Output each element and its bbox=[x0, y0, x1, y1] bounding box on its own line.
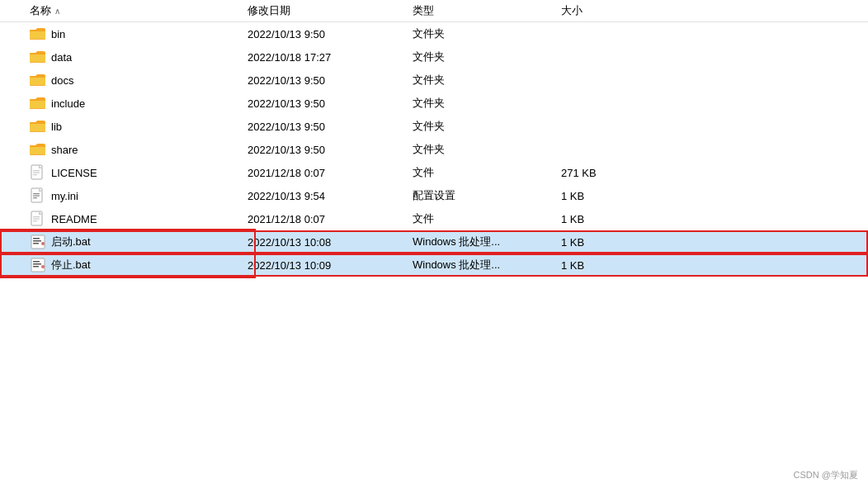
file-type: 文件夹 bbox=[413, 119, 561, 134]
file-type: 文件夹 bbox=[413, 142, 561, 157]
table-row[interactable]: docs 2022/10/13 9:50 文件夹 bbox=[0, 69, 868, 92]
svg-rect-32 bbox=[33, 240, 41, 242]
file-name-cell: share bbox=[0, 141, 248, 158]
file-name-text: my.ini bbox=[51, 190, 78, 202]
svg-rect-27 bbox=[33, 216, 40, 217]
sort-arrow: ∧ bbox=[54, 7, 60, 16]
table-header: 名称 ∧ 修改日期 类型 大小 bbox=[0, 0, 868, 22]
file-list: bin 2022/10/13 9:50 文件夹 data 2022/10/18 … bbox=[0, 22, 868, 277]
file-name-cell: README bbox=[0, 211, 248, 227]
file-date: 2022/10/13 9:50 bbox=[248, 28, 413, 40]
svg-rect-23 bbox=[33, 193, 40, 194]
file-type-icon bbox=[30, 95, 46, 111]
file-size: 1 KB bbox=[561, 236, 644, 249]
file-type-icon bbox=[30, 26, 46, 42]
file-date: 2022/10/18 17:27 bbox=[248, 51, 413, 64]
file-type: 文件 bbox=[413, 211, 561, 226]
svg-rect-14 bbox=[30, 124, 45, 131]
svg-rect-31 bbox=[33, 238, 40, 239]
svg-rect-38 bbox=[33, 266, 39, 268]
file-type: 文件夹 bbox=[413, 96, 561, 111]
file-name-cell: 启动.bat bbox=[0, 234, 248, 250]
svg-rect-21 bbox=[33, 174, 37, 175]
svg-rect-30 bbox=[31, 235, 45, 249]
svg-rect-37 bbox=[33, 263, 41, 265]
svg-rect-8 bbox=[30, 78, 45, 85]
file-name-cell: include bbox=[0, 95, 248, 111]
svg-rect-20 bbox=[33, 173, 40, 173]
file-date: 2022/10/13 9:50 bbox=[248, 144, 413, 156]
file-type-icon bbox=[30, 211, 46, 227]
file-date: 2021/12/18 0:07 bbox=[248, 213, 413, 225]
svg-rect-36 bbox=[33, 261, 40, 263]
file-date: 2022/10/13 10:08 bbox=[248, 236, 413, 249]
file-type-icon bbox=[30, 141, 46, 158]
file-date: 2022/10/13 9:50 bbox=[248, 121, 413, 133]
file-type-icon bbox=[30, 118, 46, 135]
svg-rect-5 bbox=[30, 54, 45, 62]
svg-rect-28 bbox=[33, 219, 40, 220]
svg-rect-2 bbox=[30, 31, 45, 39]
file-type: Windows 批处理... bbox=[413, 258, 561, 272]
file-date: 2022/10/13 9:50 bbox=[248, 74, 413, 87]
file-type-icon bbox=[30, 49, 46, 65]
name-header-label: 名称 bbox=[30, 3, 51, 18]
table-row[interactable]: 启动.bat 2022/10/13 10:08 Windows 批处理... 1… bbox=[0, 230, 868, 253]
file-name-cell: 停止.bat bbox=[0, 257, 248, 273]
svg-rect-25 bbox=[33, 197, 37, 198]
file-date: 2021/12/18 0:07 bbox=[248, 167, 413, 179]
file-type-icon bbox=[30, 164, 46, 181]
table-row[interactable]: data 2022/10/18 17:27 文件夹 bbox=[0, 45, 868, 69]
file-name-cell: data bbox=[0, 49, 248, 65]
file-type: Windows 批处理... bbox=[413, 235, 561, 249]
table-row[interactable]: lib 2022/10/13 9:50 文件夹 bbox=[0, 115, 868, 138]
file-date: 2022/10/13 10:09 bbox=[248, 259, 413, 272]
file-name-text: bin bbox=[51, 28, 65, 40]
file-name-cell: bin bbox=[0, 26, 248, 42]
file-size: 1 KB bbox=[561, 259, 644, 272]
file-name-cell: LICENSE bbox=[0, 164, 248, 181]
file-name-cell: lib bbox=[0, 118, 248, 135]
size-header-label: 大小 bbox=[561, 3, 583, 18]
file-type-icon bbox=[30, 257, 46, 273]
table-row[interactable]: README 2021/12/18 0:07 文件 1 KB bbox=[0, 207, 868, 230]
table-row[interactable]: share 2022/10/13 9:50 文件夹 bbox=[0, 138, 868, 161]
file-name-text: include bbox=[51, 97, 85, 110]
file-type-icon bbox=[30, 234, 46, 250]
col-name-header[interactable]: 名称 ∧ bbox=[0, 3, 248, 18]
file-size: 271 KB bbox=[561, 167, 644, 179]
col-size-header[interactable]: 大小 bbox=[561, 3, 644, 18]
col-date-header[interactable]: 修改日期 bbox=[248, 3, 413, 18]
svg-rect-34 bbox=[41, 242, 45, 245]
file-type: 文件夹 bbox=[413, 73, 561, 88]
table-row[interactable]: 停止.bat 2022/10/13 10:09 Windows 批处理... 1… bbox=[0, 253, 868, 277]
table-row[interactable]: LICENSE 2021/12/18 0:07 文件 271 KB bbox=[0, 161, 868, 184]
file-name-text: share bbox=[51, 144, 78, 156]
svg-rect-19 bbox=[33, 170, 40, 171]
svg-rect-17 bbox=[30, 147, 45, 154]
file-type-icon bbox=[30, 187, 46, 204]
file-size: 1 KB bbox=[561, 213, 644, 225]
svg-rect-11 bbox=[30, 101, 45, 108]
file-name-text: data bbox=[51, 51, 72, 64]
file-name-text: README bbox=[51, 213, 97, 225]
type-header-label: 类型 bbox=[413, 3, 434, 18]
svg-rect-29 bbox=[33, 220, 37, 221]
table-row[interactable]: bin 2022/10/13 9:50 文件夹 bbox=[0, 22, 868, 45]
file-type-icon bbox=[30, 72, 46, 88]
file-type: 文件夹 bbox=[413, 50, 561, 64]
svg-rect-24 bbox=[33, 196, 40, 197]
watermark: CSDN @学知夏 bbox=[794, 469, 858, 481]
file-explorer: 名称 ∧ 修改日期 类型 大小 bin 2022/10/13 9:50 文件夹 bbox=[0, 0, 868, 488]
file-date: 2022/10/13 9:50 bbox=[248, 97, 413, 110]
file-size: 1 KB bbox=[561, 190, 644, 202]
file-name-cell: docs bbox=[0, 72, 248, 88]
file-name-text: 停止.bat bbox=[51, 258, 91, 272]
file-type: 配置设置 bbox=[413, 188, 561, 203]
col-type-header[interactable]: 类型 bbox=[413, 3, 561, 18]
table-row[interactable]: my.ini 2022/10/13 9:54 配置设置 1 KB bbox=[0, 184, 868, 207]
svg-rect-39 bbox=[41, 265, 45, 268]
svg-rect-33 bbox=[33, 243, 39, 244]
table-row[interactable]: include 2022/10/13 9:50 文件夹 bbox=[0, 92, 868, 115]
date-header-label: 修改日期 bbox=[248, 3, 290, 18]
